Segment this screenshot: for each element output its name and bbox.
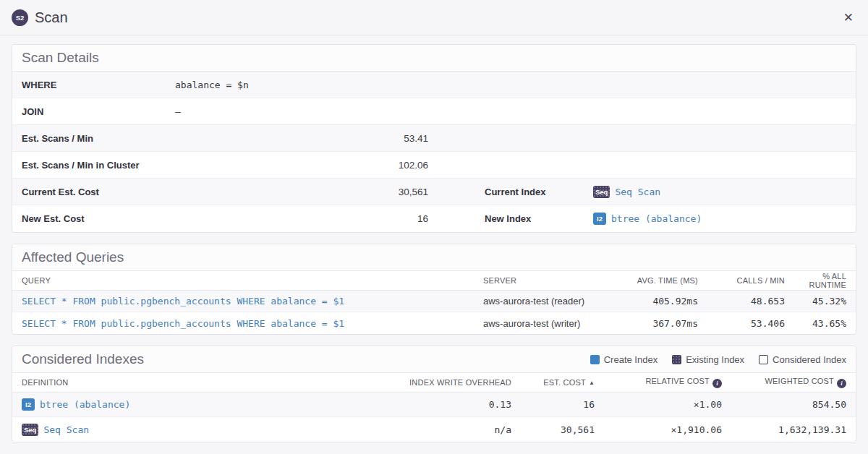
modal-body: Scan Details WHERE abalance = $n JOIN – … bbox=[0, 35, 868, 454]
est-cost-header-label: EST. COST bbox=[543, 378, 586, 387]
current-index-label: Current Index bbox=[428, 187, 593, 197]
considered-indexes-title: Considered Indexes bbox=[22, 351, 144, 367]
query-calls-min: 48.653 bbox=[698, 296, 785, 307]
legend-create-index: Create Index bbox=[590, 354, 658, 365]
weighted-cost-header-label: WEIGHTED COST bbox=[765, 377, 835, 385]
est-scans-min-label: Est. Scans / Min bbox=[22, 133, 175, 144]
relative-cost-header-label: RELATIVE COST bbox=[645, 377, 710, 385]
index-definition: I2 btree (abalance) bbox=[22, 398, 405, 411]
current-index-value: Seq Seq Scan bbox=[593, 186, 846, 198]
query-row: SELECT * FROM public.pgbench_accounts WH… bbox=[12, 291, 856, 312]
query-avg-time: 367.07ms bbox=[617, 318, 698, 329]
current-est-cost-label: Current Est. Cost bbox=[22, 187, 175, 197]
create-index-swatch-icon bbox=[590, 355, 600, 364]
detail-row-new-cost: New Est. Cost 16 New Index I2 btree (aba… bbox=[12, 205, 856, 232]
query-pct-runtime: 43.65% bbox=[785, 318, 846, 329]
legend-create-label: Create Index bbox=[604, 354, 658, 365]
detail-row-join: JOIN – bbox=[12, 98, 856, 125]
affected-queries-title: Affected Queries bbox=[22, 249, 124, 265]
query-avg-time: 405.92ms bbox=[617, 296, 698, 307]
col-avg-time: AVG. TIME (MS) bbox=[617, 276, 698, 285]
detail-row-est-scans-min: Est. Scans / Min 53.41 bbox=[12, 125, 856, 152]
col-calls-min: CALLS / MIN bbox=[698, 276, 785, 285]
col-pct-runtime: % ALL RUNTIME bbox=[785, 272, 846, 289]
affected-queries-header: Affected Queries bbox=[12, 244, 856, 271]
considered-indexes-column-headers: DEFINITION INDEX WRITE OVERHEAD EST. COS… bbox=[12, 373, 856, 393]
index-relative-cost: ×1,910.06 bbox=[595, 424, 722, 435]
info-icon[interactable]: i bbox=[712, 379, 722, 388]
index-est-cost: 16 bbox=[511, 399, 595, 410]
query-link[interactable]: SELECT * FROM public.pgbench_accounts WH… bbox=[22, 296, 483, 307]
index-legend: Create Index Existing Index Considered I… bbox=[590, 354, 846, 365]
query-server: aws-aurora-test (writer) bbox=[483, 318, 617, 329]
current-index-link[interactable]: Seq Scan bbox=[615, 187, 660, 197]
seq-scan-badge-icon: Seq bbox=[22, 424, 38, 436]
index-row: I2 btree (abalance) 0.13 16 ×1.00 854.50 bbox=[12, 393, 856, 417]
scan-details-panel: Scan Details WHERE abalance = $n JOIN – … bbox=[12, 44, 856, 233]
est-scans-min-cluster-label: Est. Scans / Min in Cluster bbox=[22, 160, 175, 171]
col-est-cost[interactable]: EST. COST▲ bbox=[511, 378, 595, 387]
scan-id-badge: S2 bbox=[12, 9, 28, 26]
index-definition-link[interactable]: btree (abalance) bbox=[40, 399, 130, 410]
new-est-cost-value: 16 bbox=[175, 213, 428, 224]
affected-queries-panel: Affected Queries QUERY SERVER AVG. TIME … bbox=[12, 244, 856, 335]
index-relative-cost: ×1.00 bbox=[595, 399, 722, 410]
detail-row-where: WHERE abalance = $n bbox=[12, 72, 856, 98]
join-value: – bbox=[175, 106, 846, 117]
scan-details-header: Scan Details bbox=[12, 45, 856, 72]
legend-considered-index: Considered Index bbox=[759, 354, 846, 365]
considered-index-swatch-icon bbox=[759, 355, 768, 364]
page-title: Scan bbox=[35, 9, 68, 26]
existing-index-swatch-icon bbox=[672, 355, 681, 364]
new-index-label: New Index bbox=[428, 213, 593, 224]
considered-indexes-panel: Considered Indexes Create Index Existing… bbox=[12, 346, 856, 442]
info-icon[interactable]: i bbox=[837, 379, 846, 388]
col-weighted-cost: WEIGHTED COSTi bbox=[722, 377, 846, 388]
est-scans-min-value: 53.41 bbox=[175, 133, 428, 144]
query-link[interactable]: SELECT * FROM public.pgbench_accounts WH… bbox=[22, 318, 483, 329]
col-server: SERVER bbox=[483, 276, 617, 285]
new-index-value: I2 btree (abalance) bbox=[593, 213, 846, 225]
col-definition: DEFINITION bbox=[22, 378, 405, 387]
legend-considered-label: Considered Index bbox=[773, 354, 846, 365]
query-server: aws-aurora-test (reader) bbox=[483, 296, 617, 307]
index-weighted-cost: 1,632,139.31 bbox=[722, 424, 846, 435]
index-weighted-cost: 854.50 bbox=[722, 399, 846, 410]
index-est-cost: 30,561 bbox=[511, 424, 595, 435]
where-label: WHERE bbox=[22, 80, 175, 90]
current-est-cost-value: 30,561 bbox=[175, 187, 428, 197]
detail-row-current-cost: Current Est. Cost 30,561 Current Index S… bbox=[12, 179, 856, 205]
query-row: SELECT * FROM public.pgbench_accounts WH… bbox=[12, 312, 856, 334]
index-i2-badge-icon: I2 bbox=[593, 213, 606, 225]
index-write-overhead: 0.13 bbox=[405, 399, 511, 410]
where-value: abalance = $n bbox=[175, 80, 846, 90]
index-definition-link[interactable]: Seq Scan bbox=[43, 424, 89, 435]
legend-existing-index: Existing Index bbox=[672, 354, 744, 365]
considered-indexes-header: Considered Indexes Create Index Existing… bbox=[12, 346, 856, 373]
index-definition: Seq Seq Scan bbox=[22, 424, 405, 436]
col-index-write-overhead: INDEX WRITE OVERHEAD bbox=[405, 378, 511, 387]
modal-header: S2 Scan ✕ bbox=[0, 0, 868, 35]
est-scans-min-cluster-value: 102.06 bbox=[175, 160, 428, 171]
col-query: QUERY bbox=[22, 276, 483, 285]
new-est-cost-label: New Est. Cost bbox=[22, 213, 175, 224]
close-icon[interactable]: ✕ bbox=[841, 10, 856, 25]
join-label: JOIN bbox=[22, 106, 175, 117]
scan-details-title: Scan Details bbox=[22, 50, 99, 66]
sort-ascending-icon[interactable]: ▲ bbox=[589, 380, 595, 386]
query-calls-min: 53.406 bbox=[698, 318, 785, 329]
col-relative-cost: RELATIVE COSTi bbox=[595, 377, 722, 388]
seq-scan-badge-icon: Seq bbox=[593, 186, 610, 198]
detail-row-est-scans-min-cluster: Est. Scans / Min in Cluster 102.06 bbox=[12, 152, 856, 179]
new-index-link[interactable]: btree (abalance) bbox=[611, 213, 702, 224]
index-write-overhead: n/a bbox=[405, 424, 511, 435]
index-row: Seq Seq Scan n/a 30,561 ×1,910.06 1,632,… bbox=[12, 417, 856, 442]
query-pct-runtime: 45.32% bbox=[785, 296, 846, 307]
affected-queries-column-headers: QUERY SERVER AVG. TIME (MS) CALLS / MIN … bbox=[12, 271, 856, 291]
index-i2-badge-icon: I2 bbox=[22, 398, 35, 411]
legend-existing-label: Existing Index bbox=[686, 354, 744, 365]
